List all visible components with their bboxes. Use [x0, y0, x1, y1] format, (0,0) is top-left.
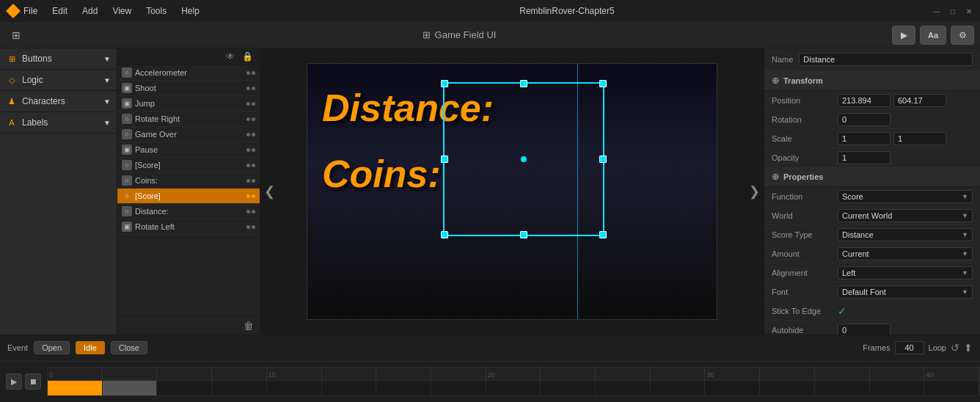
visibility-icon[interactable]: 👁 [224, 50, 237, 63]
layer-item[interactable]: ○ Coins: [117, 173, 260, 189]
layer-item[interactable]: ▣ Jump [117, 96, 260, 112]
frame-cell[interactable] [870, 381, 925, 396]
sidebar-item-logic[interactable]: ◇ Logic ▼ [0, 70, 117, 90]
lock-icon[interactable]: 🔒 [240, 50, 255, 63]
sidebar-item-buttons[interactable]: ⊞ Buttons ▼ [0, 48, 117, 69]
layer-item[interactable]: ▣ Pause [117, 142, 260, 158]
autohide-input[interactable] [838, 324, 891, 335]
expand-button[interactable]: ⬆ [964, 342, 973, 354]
frame-cell[interactable] [431, 381, 486, 396]
name-label: Name [772, 55, 793, 64]
sidebar-section-buttons: ⊞ Buttons ▼ [0, 48, 117, 70]
frame-cell-filled[interactable] [48, 381, 103, 396]
play-timeline-button[interactable]: ▶ [6, 373, 22, 390]
toolbar-center: ⊞ Game Field UI [32, 29, 886, 40]
transform-icon: ⊕ [772, 76, 779, 86]
handle-top-right[interactable] [599, 80, 607, 87]
stick-label: Stick To Edge [772, 307, 838, 315]
scale-y-input[interactable] [893, 132, 946, 145]
layer-item[interactable]: ○ Game Over [117, 127, 260, 142]
handle-bottom-left[interactable] [441, 231, 448, 238]
function-label: Function [772, 192, 838, 201]
handle-middle-right[interactable] [599, 156, 607, 163]
sidebar-item-characters[interactable]: ♟ Characters ▼ [0, 91, 117, 112]
handle-middle-left[interactable] [441, 156, 448, 163]
delete-layer-button[interactable]: 🗑 [244, 320, 254, 332]
frame-cell[interactable] [815, 381, 870, 396]
rotation-input[interactable] [838, 113, 891, 126]
minimize-button[interactable]: — [932, 6, 942, 16]
frame-cell[interactable] [705, 381, 760, 396]
position-y-input[interactable] [893, 94, 946, 107]
frame-cell[interactable] [157, 381, 212, 396]
handle-bottom-right[interactable] [599, 231, 607, 238]
function-value: Score [842, 192, 863, 201]
open-button[interactable]: Open [34, 341, 70, 354]
settings-button[interactable]: ⚙ [951, 26, 974, 45]
menu-file[interactable]: File [21, 4, 40, 18]
layer-item[interactable]: ▣ Rotate Left [117, 219, 260, 235]
left-arrow-icon[interactable]: ❮ [264, 183, 275, 200]
menu-tools[interactable]: Tools [143, 4, 169, 18]
layer-item[interactable]: ○ Rotate Right [117, 112, 260, 127]
layer-icon-jump: ▣ [122, 98, 132, 109]
ruler-mark [541, 368, 596, 380]
layer-item-selected[interactable]: ○ [Score] [117, 189, 260, 204]
coins-display: Coins: [322, 152, 441, 196]
layer-item[interactable]: ○ Distance: [117, 204, 260, 219]
frame-cell[interactable] [212, 381, 267, 396]
sidebar-item-labels[interactable]: A Labels ▼ [0, 112, 117, 133]
handle-top-center[interactable] [520, 80, 527, 87]
canvas-area[interactable]: ❮ Distance: Coins: [260, 48, 764, 335]
frame-cell[interactable] [322, 381, 377, 396]
right-arrow-icon[interactable]: ❯ [749, 183, 760, 200]
close-button[interactable]: Close [111, 341, 147, 354]
frame-cell[interactable] [760, 381, 815, 396]
frame-cell[interactable] [541, 381, 596, 396]
score-type-dropdown[interactable]: Distance ▼ [838, 228, 973, 241]
center-handle[interactable] [521, 156, 527, 162]
toolbar-title: Game Field UI [435, 29, 497, 40]
function-dropdown[interactable]: Score ▼ [838, 190, 973, 203]
frame-cell[interactable] [267, 381, 322, 396]
stop-timeline-button[interactable]: ⏹ [25, 373, 41, 390]
frame-cell[interactable] [651, 381, 706, 396]
layer-icon-coins: ○ [122, 175, 132, 186]
name-input[interactable] [799, 53, 973, 66]
users-icon-button[interactable]: ⊞ [6, 25, 26, 45]
menu-add[interactable]: Add [79, 4, 100, 18]
opacity-input[interactable] [838, 151, 891, 164]
handle-bottom-center[interactable] [520, 231, 527, 238]
frames-input[interactable] [895, 341, 924, 354]
layer-item[interactable]: ○ Accelerometer [117, 65, 260, 81]
position-x-input[interactable] [838, 94, 891, 107]
maximize-button[interactable]: □ [948, 6, 958, 16]
frame-cell[interactable] [376, 381, 431, 396]
amount-dropdown[interactable]: Current ▼ [838, 247, 973, 260]
world-dropdown[interactable]: Current World ▼ [838, 209, 973, 222]
chevron-down-icon-score-type: ▼ [962, 231, 968, 238]
menu-view[interactable]: View [109, 4, 134, 18]
idle-button[interactable]: Idle [76, 341, 105, 354]
play-button[interactable]: ▶ [892, 26, 915, 45]
alignment-dropdown[interactable]: Left ▼ [838, 266, 973, 279]
menu-help[interactable]: Help [178, 4, 202, 18]
chevron-down-icon-logic: ▼ [103, 76, 111, 84]
layer-item[interactable]: ○ [Score] [117, 158, 260, 173]
sidebar-label-logic: Logic [22, 75, 43, 85]
loop-icon[interactable]: ↺ [951, 342, 959, 354]
font-dropdown[interactable]: Default Font ▼ [838, 285, 973, 299]
layer-item[interactable]: ▣ Shoot [117, 81, 260, 96]
stick-checkmark[interactable]: ✓ [838, 305, 846, 317]
menu-edit[interactable]: Edit [49, 4, 70, 18]
font-preview-button[interactable]: Aa [920, 26, 946, 45]
font-label: Font [772, 288, 838, 296]
frame-cell[interactable] [596, 381, 651, 396]
frame-cell[interactable] [486, 381, 541, 396]
frame-cell[interactable] [924, 381, 979, 396]
frame-cell[interactable] [103, 381, 158, 396]
close-button[interactable]: ✕ [964, 6, 974, 16]
timeline-track[interactable]: 0 10 20 30 40 [47, 367, 980, 396]
game-canvas[interactable]: Distance: Coins: [307, 63, 717, 320]
scale-x-input[interactable] [838, 132, 891, 145]
